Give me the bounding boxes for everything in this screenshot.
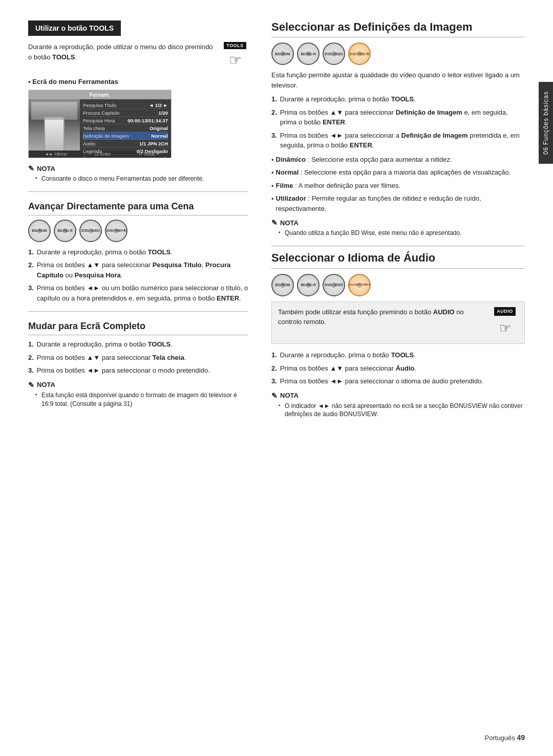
tools-intro-area: Durante a reprodução, pode utilizar o me… [28,42,248,73]
disc-bd-re-r: BD-RE/-R [54,220,76,242]
menu-thumbnail [29,99,80,150]
divider-3 [271,246,525,246]
audio-step-1: 1. Durante a reprodução, prima o botão T… [271,350,525,360]
ecra-title: • Ecrã do menu Ferramentas [28,78,248,85]
image-disc-icons: BD-ROM BD-RE/-R DVD-VIDEO DVD+RW/+R [271,42,525,65]
audio-button-area: Também pode utilizar esta função premind… [271,301,525,344]
audio-step-2: 2. Prima os botões ▲▼ para seleccionar Á… [271,363,525,374]
image-settings-intro: Esta função permite ajustar a qualidade … [271,70,525,90]
menu-item-audio: Áudio 1/1 JPN 2CH [83,140,168,147]
note-icon-3: ✎ [271,219,278,227]
right-column: Seleccionar as Definições da Imagem BD-R… [264,20,525,736]
menu-item-pesquisa-hora: Pesquisa Hora 00:00:13/01:34:37 [83,117,168,124]
audio-disc-icons: BD-ROM BD-RE/-R DVD-VIDEO DivX/MKV/MP4 [271,274,525,296]
content-area: Utilizar o botão TOOLS Durante a reprodu… [0,0,553,756]
disc-bd-re-r-2: BD-RE/-R [297,42,320,65]
fullscreen-note-title: ✎ NOTA [28,381,248,389]
image-step-3: 3. Prima os botões ◄► para seleccionar a… [271,131,525,150]
fullscreen-note-content: Esta função está disponível quando o for… [28,391,248,408]
tools-note-title: ✎ NOTA [28,164,248,172]
audio-hand-icon: ☞ [499,318,511,338]
menu-item-tela-cheia: Tela cheia Original [83,124,168,132]
page-footer: Português 49 [485,733,525,742]
menu-footer: ◄► Alterar ☑ Enter ↩ Voltar [29,150,171,158]
audio-icon-area: AUDIO ☞ [492,307,518,339]
fullscreen-note-item-1: Esta função está disponível quando o for… [35,391,248,408]
page: 06 Funções básicas Utilizar o botão TOOL… [0,0,553,756]
tools-badge: TOOLS [224,42,246,49]
tools-section: Utilizar o botão TOOLS Durante a reprodu… [28,20,248,183]
tools-note-content: Consoante o disco o menu Ferramentas pod… [28,175,248,183]
audio-note-title: ✎ NOTA [271,392,525,400]
note-icon: ✎ [28,164,34,172]
tools-section-title: Utilizar o botão TOOLS [28,20,121,36]
image-step-2: 2. Prima os botões ▲▼ para seleccionar D… [271,107,525,127]
option-normal: • Normal : Seleccione esta opção para a … [271,167,525,178]
advance-section-title: Avançar Directamente para uma Cena [28,201,248,215]
advance-section: Avançar Directamente para uma Cena BD-RO… [28,201,248,304]
menu-footer-voltar: ↩ Voltar [139,152,155,157]
fullscreen-title: Mudar para Ecrã Completo [28,321,248,335]
image-settings-steps: 1. Durante a reprodução, prima o botão T… [271,94,525,150]
menu-item-pesquisa-titulo: Pesquisa Título ◄ 1/2 ► [83,101,168,109]
image-settings-title: Seleccionar as Definições da Imagem [271,20,525,37]
image-note: ✎ NOTA Quando utiliza a função BD Wise, … [271,219,525,237]
audio-note-content: O indicador ◄► não será apresentado no e… [271,402,525,419]
ecra-label: Ecrã do menu Ferramentas [32,78,118,85]
audio-note: ✎ NOTA O indicador ◄► não será apresenta… [271,392,525,419]
side-tab-number: 06 [542,147,549,155]
fullscreen-note: ✎ NOTA Esta função está disponível quand… [28,381,248,408]
fullscreen-step-2: 2. Prima os botões ▲▼ para seleccionar T… [28,353,248,363]
audio-section-title: Seleccionar o Idioma de Áudio [271,251,525,268]
advance-disc-icons: BD-ROM BD-RE/-R DVD-VIDEO DVD+RW/+R [28,220,248,242]
note-icon-4: ✎ [271,392,278,400]
advance-steps: 1. Durante a reprodução, prima o botão T… [28,247,248,304]
menu-image-area: Pesquisa Título ◄ 1/2 ► Procura Capítulo… [29,99,171,150]
fullscreen-steps: 1. Durante a reprodução, prima o botão T… [28,339,248,376]
menu-footer-alterar: ◄► Alterar [45,152,67,157]
audio-steps: 1. Durante a reprodução, prima o botão T… [271,350,525,386]
fullscreen-section: Mudar para Ecrã Completo 1. Durante a re… [28,321,248,408]
menu-item-definicao-imagem: Definição de Imagem : Normal [83,132,168,140]
image-note-content: Quando utiliza a função BD Wise, este me… [271,229,525,237]
advance-step-3: 3. Prima os botões ◄► ou um botão numéri… [28,283,248,303]
audio-note-text: Também pode utilizar esta função premind… [278,307,486,327]
audio-note-item-1: O indicador ◄► não será apresentado no e… [279,402,525,419]
advance-step-2: 2. Prima os botões ▲▼ para seleccionar P… [28,260,248,280]
footer-language: Português [485,734,515,742]
disc-dvd-video-2: DVD-VIDEO [323,42,345,65]
option-filme: • Filme : A melhor definição para ver fi… [271,181,525,191]
disc-dvd-video-3: DVD-VIDEO [323,274,345,296]
disc-divx-3: DivX/MKV/MP4 [348,274,371,296]
menu-screenshot-header: Ferram. [29,90,171,99]
disc-dvd-video: DVD-VIDEO [79,220,102,242]
note-icon-2: ✎ [28,381,34,389]
menu-footer-enter: ☑ Enter [95,152,111,157]
audio-badge: AUDIO [494,307,516,316]
tools-hand-icon: ☞ [229,52,242,69]
disc-bd-rom-2: BD-ROM [271,42,294,65]
image-note-item-1: Quando utiliza a função BD Wise, este me… [279,229,525,237]
tools-note-item-1: Consoante o disco o menu Ferramentas pod… [35,175,248,183]
disc-bd-re-r-3: BD-RE/-R [297,274,320,296]
tools-icon-area: TOOLS ☞ [222,42,248,73]
disc-bd-rom-3: BD-ROM [271,274,294,296]
left-column: Utilizar o botão TOOLS Durante a reprodu… [28,20,264,736]
image-settings-section: Seleccionar as Definições da Imagem BD-R… [271,20,525,237]
ecra-bullet: • [28,78,32,85]
image-step-1: 1. Durante a reprodução, prima o botão T… [271,94,525,104]
disc-dvd-rw: DVD+RW/+R [105,220,127,242]
audio-section: Seleccionar o Idioma de Áudio BD-ROM BD-… [271,251,525,419]
fullscreen-step-3: 3. Prima os botões ◄► para seleccionar o… [28,365,248,376]
side-tab: 06 Funções básicas [539,82,553,164]
image-note-title: ✎ NOTA [271,219,525,227]
tools-bold: TOOLS [52,53,75,61]
page-number: 49 [517,733,525,742]
divider-1 [28,191,248,192]
option-dinamico: • Dinâmico : Seleccione esta opção para … [271,155,525,165]
divider-2 [28,311,248,312]
option-utilizador: • Utilizador : Permite regular as funçõe… [271,193,525,213]
advance-step-1: 1. Durante a reprodução, prima o botão T… [28,247,248,257]
menu-item-procura-capitulo: Procura Capítulo 1/20 [83,109,168,117]
tools-note: ✎ NOTA Consoante o disco o menu Ferramen… [28,164,248,183]
